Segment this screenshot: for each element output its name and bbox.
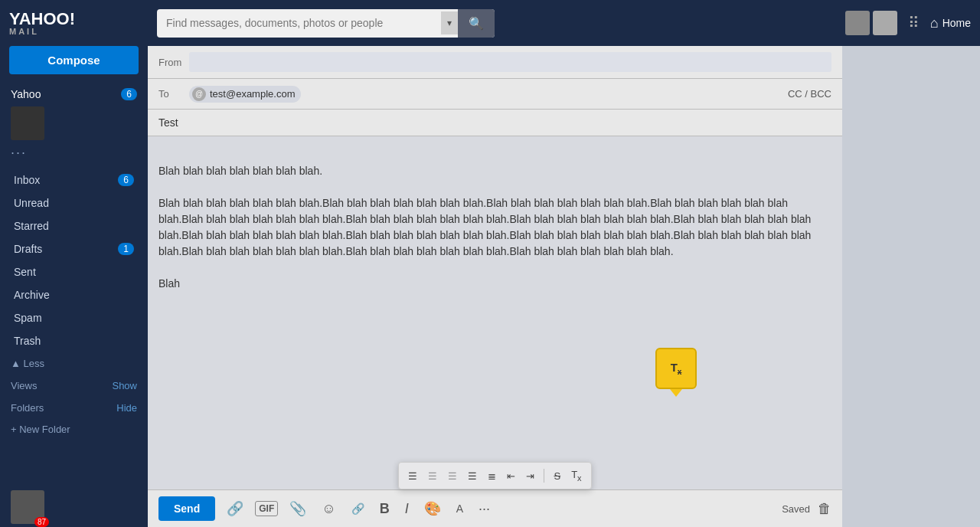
subject-input[interactable] — [158, 116, 831, 129]
main-content: ▾ 🔍 ⠿ ⌂ Home From To @ — [148, 0, 980, 527]
bold-button[interactable]: B — [376, 498, 394, 520]
topbar: ▾ 🔍 ⠿ ⌂ Home — [148, 0, 980, 46]
font-button[interactable]: A — [452, 499, 467, 518]
saved-status: Saved — [782, 503, 810, 515]
body-paragraph-2: Blah blah blah blah blah blah blah. — [158, 163, 831, 179]
nav-list: Inbox 6 Unread Starred Drafts 1 Sent Arc… — [0, 169, 148, 352]
recipient-email: test@example.com — [210, 88, 295, 100]
topbar-avatars — [845, 11, 897, 35]
home-button[interactable]: ⌂ Home — [930, 15, 971, 31]
account-label: Yahoo — [11, 88, 41, 100]
link-button[interactable]: 🔗 — [223, 497, 247, 520]
recipient-avatar: @ — [192, 87, 206, 101]
account-avatar — [11, 106, 44, 140]
search-input[interactable] — [157, 10, 441, 36]
mini-strikethrough[interactable]: S — [549, 467, 565, 485]
subject-field — [148, 110, 842, 136]
to-field: To @ test@example.com CC / BCC — [148, 79, 842, 110]
body-paragraph-4: Blah blah blah blah blah blah blah.Blah … — [158, 195, 831, 260]
sidebar-item-sent[interactable]: Sent — [3, 260, 145, 283]
clear-format-container: Tx — [655, 348, 697, 397]
apps-grid-icon[interactable]: ⠿ — [903, 9, 924, 37]
compose-bottom-toolbar: Send 🔗 GIF 📎 ☺ 🔗 B I 🎨 A ··· Saved 🗑 — [148, 489, 842, 527]
recipient-chip[interactable]: @ test@example.com — [189, 86, 301, 103]
from-label: From — [158, 57, 189, 68]
mini-align-center[interactable]: ☰ — [423, 467, 442, 485]
drafts-badge: 1 — [118, 243, 134, 255]
bottom-avatar: 87 — [11, 490, 44, 524]
sidebar: YAHOO! MAIL Compose Yahoo 6 ··· Inbox 6 … — [0, 0, 148, 527]
mini-separator — [544, 469, 544, 483]
from-input[interactable] — [189, 52, 831, 72]
mini-bullet-list[interactable]: ☰ — [463, 467, 482, 485]
compose-panel: From To @ test@example.com CC / BCC — [148, 46, 842, 527]
inbox-badge: 6 — [118, 174, 134, 186]
more-button[interactable]: ··· — [475, 498, 494, 520]
search-dropdown-button[interactable]: ▾ — [441, 11, 458, 34]
sidebar-item-archive[interactable]: Archive — [3, 283, 145, 306]
folders-hide-button[interactable]: Hide — [116, 402, 137, 414]
body-paragraph-3 — [158, 179, 831, 195]
mini-number-list[interactable]: ≣ — [483, 467, 501, 485]
clear-format-arrow — [670, 389, 682, 397]
yahoo-logo: YAHOO! MAIL — [9, 11, 75, 36]
folders-section: Folders Hide — [0, 397, 148, 419]
sidebar-item-starred[interactable]: Starred — [3, 214, 145, 237]
sidebar-header: YAHOO! MAIL — [0, 0, 148, 46]
send-button[interactable]: Send — [158, 496, 215, 521]
sidebar-dots: ··· — [0, 143, 148, 165]
search-container: ▾ 🔍 — [157, 9, 495, 38]
body-paragraph-1 — [158, 147, 831, 163]
views-section: Views Show — [0, 375, 148, 397]
emoji-button[interactable]: ☺ — [318, 498, 339, 520]
bottom-badge: 87 — [34, 517, 49, 527]
topbar-avatar-2 — [873, 11, 897, 35]
sidebar-item-spam[interactable]: Spam — [3, 306, 145, 329]
mini-clear-format[interactable]: Tx — [567, 466, 586, 486]
search-button[interactable]: 🔍 — [458, 9, 495, 38]
gif-button[interactable]: GIF — [255, 501, 278, 516]
mini-align-left[interactable]: ☰ — [403, 467, 422, 485]
topbar-avatar-1 — [845, 11, 870, 35]
account-section: Yahoo 6 ··· — [0, 82, 148, 169]
sidebar-item-unread[interactable]: Unread — [3, 191, 145, 214]
body-paragraph-5 — [158, 260, 831, 276]
mini-indent-more[interactable]: ⇥ — [521, 467, 539, 485]
mini-format-bar: ☰ ☰ ☰ ☰ ≣ ⇤ ⇥ S Tx — [398, 462, 591, 489]
to-label: To — [158, 88, 189, 100]
body-paragraph-6: Blah — [158, 276, 831, 292]
new-folder-button[interactable]: + New Folder — [0, 419, 148, 440]
sidebar-item-drafts[interactable]: Drafts 1 — [3, 237, 145, 260]
compose-button[interactable]: Compose — [9, 46, 139, 74]
less-section: ▲ Less — [0, 352, 148, 375]
account-badge: 6 — [121, 88, 137, 100]
sidebar-item-inbox[interactable]: Inbox 6 — [3, 169, 145, 191]
attachment-button[interactable]: 📎 — [286, 497, 310, 520]
italic-button[interactable]: I — [401, 498, 413, 520]
views-show-button[interactable]: Show — [112, 380, 137, 391]
mini-indent-less[interactable]: ⇤ — [502, 467, 520, 485]
sidebar-item-trash[interactable]: Trash — [3, 329, 145, 352]
mini-align-right[interactable]: ☰ — [443, 467, 462, 485]
compose-body[interactable]: Blah blah blah blah blah blah blah. Blah… — [148, 136, 842, 462]
from-field: From — [148, 46, 842, 79]
cc-bcc-button[interactable]: CC / BCC — [788, 88, 831, 100]
hyperlink-button[interactable]: 🔗 — [348, 499, 368, 518]
home-icon: ⌂ — [930, 15, 939, 31]
color-button[interactable]: 🎨 — [420, 497, 445, 520]
delete-button[interactable]: 🗑 — [818, 501, 831, 517]
clear-format-button[interactable]: Tx — [655, 348, 697, 389]
